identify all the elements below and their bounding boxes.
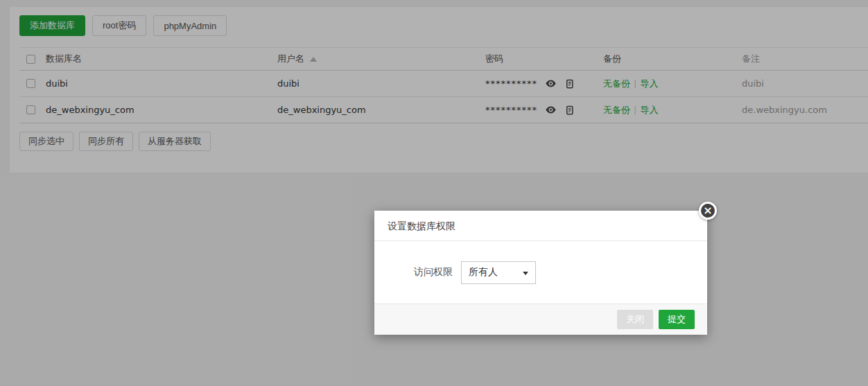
access-permission-label: 访问权限	[414, 266, 453, 279]
close-icon: ×	[703, 204, 712, 217]
chevron-down-icon	[523, 272, 528, 275]
modal-body: 访问权限 所有人	[374, 241, 707, 304]
submit-button[interactable]: 提交	[659, 310, 695, 329]
modal-close-button[interactable]: ×	[699, 202, 717, 220]
set-permissions-modal: × 设置数据库权限 访问权限 所有人 关闭 提交	[374, 211, 707, 335]
modal-title: 设置数据库权限	[388, 220, 455, 231]
close-button[interactable]: 关闭	[617, 310, 653, 329]
modal-header: 设置数据库权限	[374, 211, 707, 241]
select-value: 所有人	[469, 266, 498, 279]
modal-footer: 关闭 提交	[374, 304, 707, 335]
access-permission-select[interactable]: 所有人	[461, 261, 536, 284]
